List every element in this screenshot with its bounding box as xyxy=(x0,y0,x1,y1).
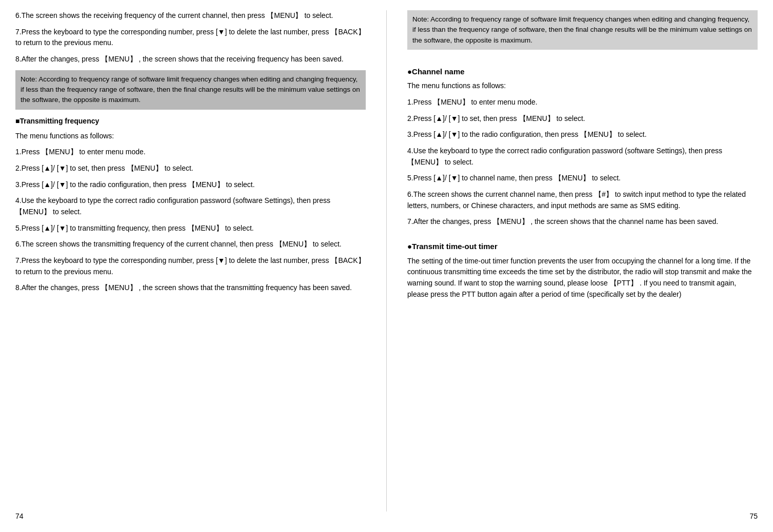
t-step7: 7.Press the keyboard to type the corresp… xyxy=(15,255,366,277)
left-step8-block: 8.After the changes, press 【MENU】 , the … xyxy=(15,54,366,65)
left-note-highlight: Note: According to frequency range of so… xyxy=(15,70,366,110)
t-step5: 5.Press [▲]/ [▼] to transmitting frequen… xyxy=(15,223,366,234)
t-step4: 4.Use the keyboard to type the correct r… xyxy=(15,195,366,217)
t-step2: 2.Press [▲]/ [▼] to set, then press 【MEN… xyxy=(15,163,366,174)
transmit-heading: ■Transmitting frequency xyxy=(15,116,366,127)
c-step7: 7.After the changes, press 【MENU】 , the … xyxy=(407,216,758,228)
t-step6: 6.The screen shows the transmitting freq… xyxy=(15,239,366,250)
channel-name-section: ●Channel name The menu functions as foll… xyxy=(407,66,758,228)
transmit-timer-section: ●Transmit time-out timer The setting of … xyxy=(407,241,758,300)
channel-name-heading: ●Channel name xyxy=(407,66,758,78)
transmit-intro: The menu functions as follows: xyxy=(15,131,366,142)
left-step7-block: 7.Press the keyboard to type the corresp… xyxy=(15,27,366,49)
left-note-text: Note: According to frequency range of so… xyxy=(21,75,360,104)
c-step2: 2.Press [▲]/ [▼] to set, then press 【MEN… xyxy=(407,113,758,125)
spacer1 xyxy=(407,58,758,66)
c-step5: 5.Press [▲]/ [▼] to channel name, then p… xyxy=(407,173,758,184)
left-column: 6.The screen shows the receiving frequen… xyxy=(15,10,387,511)
t-step8: 8.After the changes, press 【MENU】 , the … xyxy=(15,282,366,294)
transmit-section: ■Transmitting frequency The menu functio… xyxy=(15,116,366,294)
c-step4: 4.Use the keyboard to type the correct r… xyxy=(407,146,758,168)
right-note-highlight: Note: According to frequency range of so… xyxy=(407,10,758,50)
left-step6: 6.The screen shows the receiving frequen… xyxy=(15,10,366,22)
page-number-right: 75 xyxy=(749,511,758,522)
page-number-left: 74 xyxy=(15,511,24,522)
c-step6: 6.The screen shows the current channel n… xyxy=(407,189,758,211)
t-step3: 3.Press [▲]/ [▼] to the radio configurat… xyxy=(15,179,366,191)
timer-intro: The setting of the time-out timer functi… xyxy=(407,256,758,300)
spacer2 xyxy=(407,233,758,241)
t-step1: 1.Press 【MENU】 to enter menu mode. xyxy=(15,147,366,158)
right-column: Note: According to frequency range of so… xyxy=(387,10,758,511)
right-note-text: Note: According to frequency range of so… xyxy=(412,15,752,44)
left-step7: 7.Press the keyboard to type the corresp… xyxy=(15,27,366,49)
left-intro-text: 6.The screen shows the receiving frequen… xyxy=(15,10,366,22)
c-step1: 1.Press 【MENU】 to enter menu mode. xyxy=(407,97,758,108)
c-step3: 3.Press [▲]/ [▼] to the radio configurat… xyxy=(407,129,758,140)
transmit-timer-heading: ●Transmit time-out timer xyxy=(407,241,758,253)
left-step8: 8.After the changes, press 【MENU】 , the … xyxy=(15,54,366,65)
page-wrapper: 6.The screen shows the receiving frequen… xyxy=(0,0,773,532)
channel-intro: The menu functions as follows: xyxy=(407,80,758,92)
page-container: 6.The screen shows the receiving frequen… xyxy=(0,0,773,532)
